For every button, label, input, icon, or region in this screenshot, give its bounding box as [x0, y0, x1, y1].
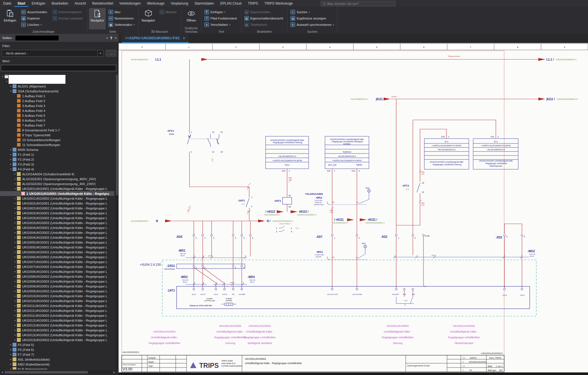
tree-row[interactable]: ▸ UKG008UKG0003 (Umluftkühlgerät Kälte -…	[0, 279, 114, 284]
tree-row[interactable]: 8 Gesamtansicht Feld 1-7	[0, 128, 114, 133]
tree-expand-arrow[interactable]: ▸	[9, 353, 12, 356]
filter-more-button[interactable]: ...	[106, 50, 116, 57]
tree-expand-arrow[interactable]: ▸	[13, 212, 17, 214]
tree-expand-arrow[interactable]: ▸	[13, 251, 17, 253]
tree-expand-arrow[interactable]: ▸	[13, 207, 17, 209]
tree-row[interactable]: ▸ F3 (Feld 3)	[0, 162, 114, 167]
ribbon-small-button[interactable]: Ausschneiden	[20, 9, 50, 15]
menu-item[interactable]: Datei	[0, 0, 14, 7]
menu-item[interactable]: Betriebsmittel	[89, 0, 116, 7]
menu-item[interactable]: EPLAN Cloud	[217, 0, 245, 7]
tree-vertical-scrollbar[interactable]	[116, 74, 118, 370]
tree-expand-arrow[interactable]: ▸	[13, 334, 17, 336]
tree-row[interactable]: ▸ F7 (Feld 7)	[0, 352, 114, 357]
tree-expand-arrow[interactable]: ▸	[9, 368, 12, 370]
tree-expand-arrow[interactable]: ▸	[13, 241, 17, 244]
tree-expand-arrow[interactable]: ▾	[9, 90, 12, 92]
tree-row[interactable]: 1 UKG001UKG0001 Umluftkühlgerät Kälte - …	[0, 191, 114, 196]
document-tab[interactable]: ==ASP01=UKG001UKG0001+F4/1 ✕	[122, 34, 189, 43]
tree-expand-arrow[interactable]: ▸	[13, 197, 17, 200]
tree-row[interactable]: 6 Aufbau Feld 6	[0, 118, 114, 123]
menu-item[interactable]: Bearbeiten	[49, 0, 71, 7]
tree-expand-arrow[interactable]: ▸	[13, 202, 17, 205]
tree-expand-arrow[interactable]: ▸	[13, 309, 17, 312]
tree-row[interactable]: ▸ UKG002UKG0001 (Umluftkühlgerät Kälte -…	[0, 201, 114, 206]
tree-expand-arrow[interactable]: ▸	[13, 236, 17, 239]
tree-row[interactable]: ▸ F6 (Feld 6)	[0, 347, 114, 352]
tree-row[interactable]: ▸ UKG011UKG0001 (Umluftkühlgerät Kälte -…	[0, 303, 114, 308]
menu-item[interactable]: Werkzeuge	[144, 0, 167, 7]
tree-row[interactable]: 11 Schrankbeschriftungen	[0, 142, 114, 147]
ribbon-small-button[interactable]: Einfügen▾	[203, 9, 239, 15]
tree-row[interactable]: ▾ UKG001UKG0001 (Umluftkühlgerät Kälte -…	[0, 186, 114, 191]
tree-expand-arrow[interactable]: ▸	[13, 319, 17, 322]
tree-expand-arrow[interactable]: ▸	[13, 324, 17, 327]
scroll-right-icon[interactable]: ▶	[112, 371, 116, 374]
tree-expand-arrow[interactable]: ▸	[13, 329, 17, 331]
tree-expand-arrow[interactable]: ▸	[13, 246, 17, 248]
tree-row[interactable]: 2 Aufbau Feld 2	[0, 98, 114, 103]
tree-row[interactable]: ▸ UKG010UKG0002 (Umluftkühlgerät Kälte -…	[0, 298, 114, 303]
menu-item[interactable]: TRIPS	[245, 0, 261, 7]
tree-expand-arrow[interactable]: ▸	[13, 275, 17, 278]
tree-row[interactable]: ▸ UKG001UKG0002 (Umluftkühlgerät Kälte -…	[0, 196, 114, 201]
tree-row[interactable]: ▸ F5 (Feld 5)	[0, 342, 114, 347]
tree-row[interactable]: ▸ ALG01EE001 (Spannungsversorgung_400V_2…	[0, 176, 114, 181]
tree-row[interactable]: ▸ UKG012UKG0002 (Umluftkühlgerät Kälte -…	[0, 323, 114, 328]
3d-navigator-button[interactable]: Navigator	[140, 8, 157, 29]
tree-row[interactable]: ▸ UKG002UKG0002 (Umluftkühlgerät Kälte -…	[0, 206, 114, 211]
tree-expand-arrow[interactable]: ▸	[13, 231, 17, 234]
tree-expand-arrow[interactable]: ▸	[13, 226, 17, 229]
tree-expand-arrow[interactable]: ▸	[9, 85, 12, 88]
menu-item[interactable]: Stammdaten	[191, 0, 217, 7]
tree-row[interactable]: ▸ UKG006UKG0001 (Umluftkühlgerät Kälte -…	[0, 250, 114, 254]
tree-expand-arrow[interactable]: ▸	[9, 153, 12, 156]
ribbon-small-button[interactable]: Nummerieren	[107, 15, 136, 21]
tree-row[interactable]: ▸ F1 (Feld 1)	[0, 152, 114, 157]
tree-row[interactable]: ▸ UKG006UKG0002 (Umluftkühlgerät Kälte -…	[0, 254, 114, 259]
scroll-left-icon[interactable]: ◀	[0, 371, 4, 374]
tree-expand-arrow[interactable]: ▾	[1, 75, 4, 78]
filter-dropdown[interactable]: - Nicht aktiviert - ▼	[2, 50, 104, 57]
ribbon-small-button[interactable]: Format kopieren	[51, 9, 85, 15]
tree-row[interactable]: 7 Aufbau Feld 7	[0, 123, 114, 128]
tree-row[interactable]: ▸ UKG005UKG0001 (Umluftkühlgerät Kälte -…	[0, 240, 114, 245]
tree-row[interactable]: ▸ UKG013UKG0003 (Umluftkühlgerät Kälte -…	[0, 337, 114, 342]
tree-expand-arrow[interactable]: ▸	[13, 221, 17, 224]
panel-dropdown-icon[interactable]: ▾	[107, 36, 108, 40]
scrollbar-thumb[interactable]	[5, 371, 88, 374]
tree-row[interactable]: ▸ F2 (Feld 2)	[0, 157, 114, 162]
tree-row[interactable]: ▸ MSR-Schema	[0, 147, 114, 152]
ribbon-small-button[interactable]: Seitenmakro▾	[107, 22, 136, 28]
ribbon-small-button[interactable]: Eigenschaftenübersicht	[243, 15, 286, 21]
paste-button[interactable]: Einfügen	[2, 8, 18, 29]
ribbon-small-button[interactable]: Tabellarisch	[243, 22, 286, 28]
tree-expand-arrow[interactable]: ▸	[9, 363, 12, 366]
menu-item[interactable]: Ansicht	[71, 0, 89, 7]
tree-row[interactable]: ▸ UKG008UKG0001 (Umluftkühlgerät Kälte -…	[0, 269, 114, 274]
tree-expand-arrow[interactable]: ▸	[9, 343, 12, 346]
tree-expand-arrow[interactable]: ▸	[9, 163, 12, 166]
tree-row[interactable]: ▸ UKG003UKG0002 (Umluftkühlgerät Kälte -…	[0, 215, 114, 220]
ribbon-small-button[interactable]: Auswahl synchronisieren▾	[289, 22, 335, 28]
tree-row[interactable]: 10 Schrankbeschriftungen	[0, 137, 114, 142]
tree-expand-arrow[interactable]: ▸	[13, 290, 17, 292]
tree-row[interactable]: ▸ UKG004UKG0002 (Umluftkühlgerät Kälte -…	[0, 230, 114, 235]
tree-expand-arrow[interactable]: ▸	[13, 178, 17, 180]
tree-row[interactable]: ▸ UKG011UKG0002 (Umluftkühlgerät Kälte -…	[0, 308, 114, 313]
tree-expand-arrow[interactable]: ▸	[13, 339, 17, 341]
tree-expand-arrow[interactable]: ▸	[13, 265, 17, 268]
tree-expand-arrow[interactable]: ▸	[13, 314, 17, 317]
wert-input[interactable]	[1, 65, 116, 71]
tree-row[interactable]: 5 Aufbau Feld 5	[0, 113, 114, 118]
tree-row[interactable]: ▸ ALG01 (Allgemein)	[0, 84, 114, 89]
open-preview-button[interactable]: Öffnen	[183, 8, 200, 29]
tree-expand-arrow[interactable]: ▸	[9, 358, 12, 361]
tree-row[interactable]: ▾ SSA (Schaltschrankansicht)	[0, 89, 114, 94]
menu-item[interactable]: TRIPS Werkzeuge	[261, 0, 296, 7]
tree-row[interactable]: ▸ UKG003UKG0001 (Umluftkühlgerät Kälte -…	[0, 211, 114, 215]
menu-item[interactable]: Start	[14, 0, 28, 7]
tree-expand-arrow[interactable]: ▸	[13, 261, 17, 263]
tree-expand-arrow[interactable]: ▸	[13, 304, 17, 307]
tree-row[interactable]: ▾ F4 (Feld 4)	[0, 167, 114, 172]
